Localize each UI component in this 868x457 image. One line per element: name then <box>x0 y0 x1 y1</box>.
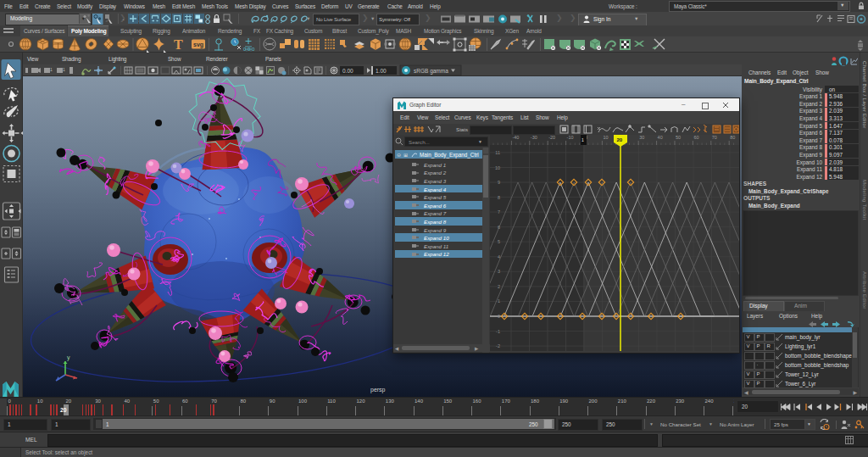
svg-text:6: 6 <box>498 225 500 230</box>
svg-text:50: 50 <box>676 135 681 140</box>
svg-text:7: 7 <box>498 209 500 215</box>
svg-text:1.00: 1.00 <box>376 68 387 74</box>
svg-text:9: 9 <box>498 180 500 185</box>
svg-text:1: 1 <box>63 67 65 72</box>
svg-text:0.00: 0.00 <box>342 68 353 74</box>
svg-text:-10: -10 <box>567 135 574 140</box>
svg-text:30: 30 <box>639 135 644 140</box>
svg-text:20: 20 <box>617 137 623 142</box>
svg-text:10: 10 <box>603 135 608 140</box>
svg-text:3: 3 <box>498 269 500 274</box>
svg-text:1: 1 <box>581 137 584 142</box>
svg-text:8: 8 <box>498 195 500 200</box>
svg-text:2: 2 <box>498 284 500 289</box>
svg-text:80: 80 <box>730 135 735 140</box>
svg-text:y: y <box>67 354 70 361</box>
svg-text:0: 0 <box>498 314 500 319</box>
svg-text:1: 1 <box>498 298 500 304</box>
svg-text:60: 60 <box>693 135 698 140</box>
svg-text:-30: -30 <box>531 135 537 140</box>
svg-text:1: 1 <box>50 67 53 72</box>
svg-text:-2: -2 <box>496 343 500 348</box>
svg-text:40: 40 <box>658 135 663 140</box>
svg-text:10: 10 <box>495 165 500 170</box>
svg-text:5: 5 <box>498 239 500 244</box>
svg-text:svg: svg <box>193 42 203 48</box>
svg-text:70: 70 <box>712 135 717 140</box>
svg-text:T: T <box>174 37 183 52</box>
svg-text:11: 11 <box>495 150 500 155</box>
svg-text:4: 4 <box>498 254 500 259</box>
svg-text:0,0,0: 0,0,0 <box>243 47 255 52</box>
svg-text:persp: persp <box>370 387 386 393</box>
svg-text:-40: -40 <box>512 135 519 140</box>
svg-text:-1: -1 <box>496 329 500 334</box>
svg-text:-20: -20 <box>548 135 555 140</box>
svg-text:sRGB gamma: sRGB gamma <box>414 68 448 75</box>
